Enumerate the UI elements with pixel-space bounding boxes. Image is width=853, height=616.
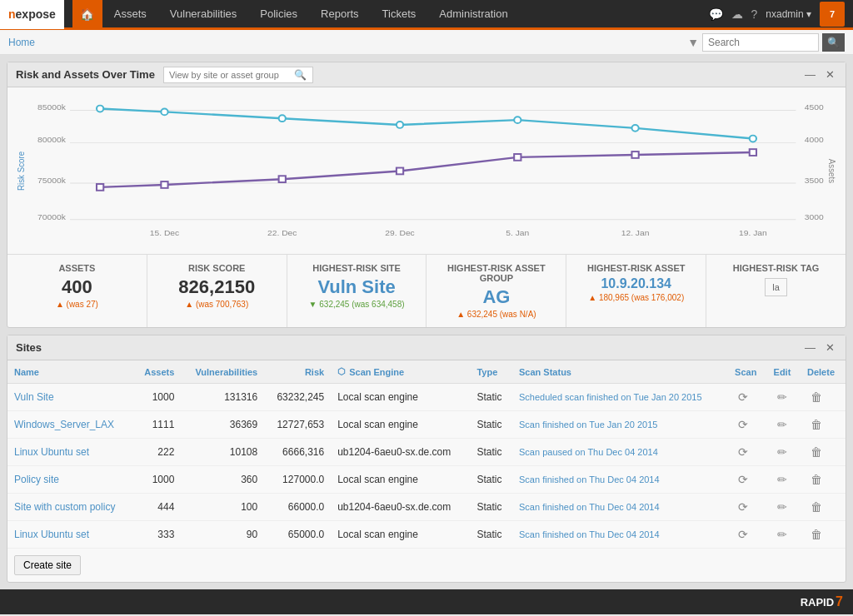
chart-view-input[interactable]	[169, 70, 294, 80]
scan-button-2[interactable]: ⟳	[735, 444, 751, 460]
site-name-link-1[interactable]: Windows_Server_LAX	[14, 419, 114, 430]
cell-status-2: Scan paused on Thu Dec 04 2014	[512, 439, 728, 466]
message-icon[interactable]: 💬	[709, 7, 723, 21]
delete-button-1[interactable]: 🗑	[807, 416, 826, 433]
delete-button-3[interactable]: 🗑	[807, 471, 826, 488]
nav-right: 💬 ☁ ? nxadmin ▾ 7	[709, 2, 854, 27]
cell-edit-5: ✏	[767, 521, 801, 549]
scan-status-link-3[interactable]: Scan finished on Thu Dec 04 2014	[519, 474, 660, 484]
stat-highest-asset-value[interactable]: 10.9.20.134	[579, 276, 693, 291]
chart-close-button[interactable]: ✕	[823, 68, 837, 81]
edit-button-3[interactable]: ✏	[774, 471, 791, 488]
scan-status-link-0[interactable]: Scheduled scan finished on Tue Jan 20 20…	[519, 392, 702, 402]
breadcrumb-home[interactable]: Home	[8, 37, 35, 48]
cloud-icon[interactable]: ☁	[731, 7, 743, 21]
delete-button-0[interactable]: 🗑	[807, 389, 826, 405]
delete-button-4[interactable]: 🗑	[807, 499, 826, 515]
sites-panel-controls: — ✕	[802, 341, 837, 354]
edit-button-2[interactable]: ✏	[774, 444, 791, 460]
col-vulnerabilities[interactable]: Vulnerabilities	[181, 360, 264, 384]
filter-icon[interactable]: ▼	[687, 36, 699, 49]
stat-highest-ag-value[interactable]: AG	[439, 286, 553, 308]
chart-body: 85000k 80000k 75000k 70000k 4500 4000 35…	[7, 87, 846, 254]
help-icon[interactable]: ?	[751, 7, 758, 21]
sites-panel-title: Sites	[16, 341, 42, 354]
nav-item-assets[interactable]: Assets	[102, 0, 158, 29]
svg-rect-31	[514, 154, 521, 161]
delete-button-2[interactable]: 🗑	[807, 444, 826, 460]
cell-status-1: Scan finished on Tue Jan 20 2015	[512, 411, 728, 439]
search-area: ▼ 🔍	[687, 33, 845, 52]
home-button[interactable]: 🏠	[72, 0, 102, 29]
col-type[interactable]: Type	[470, 360, 512, 384]
scan-status-link-2[interactable]: Scan paused on Thu Dec 04 2014	[519, 447, 658, 457]
nav-item-reports[interactable]: Reports	[309, 0, 371, 29]
sites-close-button[interactable]: ✕	[823, 341, 837, 354]
main-content: Risk and Assets Over Time 🔍 — ✕ 85000k 8…	[0, 55, 853, 589]
cell-scan-4: ⟳	[728, 494, 767, 521]
col-risk[interactable]: Risk	[264, 360, 331, 384]
scan-button-5[interactable]: ⟳	[735, 526, 751, 543]
cell-engine-1: Local scan engine	[331, 411, 470, 439]
delete-button-5[interactable]: 🗑	[807, 526, 826, 543]
col-edit[interactable]: Edit	[767, 360, 801, 384]
user-menu[interactable]: nxadmin ▾	[766, 8, 811, 20]
stat-highest-ag-sub: ▲ 632,245 (was N/A)	[439, 310, 553, 319]
svg-point-22	[279, 115, 286, 122]
site-name-link-3[interactable]: Policy site	[14, 474, 59, 485]
edit-button-4[interactable]: ✏	[774, 499, 791, 515]
scan-engine-icon: ⬡	[337, 366, 346, 377]
svg-text:4000: 4000	[805, 136, 824, 145]
cell-risk-2: 6666,316	[264, 439, 331, 466]
site-name-link-4[interactable]: Site with custom policy	[14, 501, 115, 513]
col-scan[interactable]: Scan	[728, 360, 767, 384]
cell-vulns-0: 131316	[181, 384, 264, 411]
table-row: Linux Ubuntu set 222 10108 6666,316 ub12…	[7, 439, 846, 466]
chart-controls: — ✕	[802, 68, 837, 81]
site-name-link-0[interactable]: Vuln Site	[14, 391, 54, 403]
search-button[interactable]: 🔍	[822, 33, 845, 52]
nav-item-tickets[interactable]: Tickets	[371, 0, 428, 29]
scan-button-1[interactable]: ⟳	[735, 416, 751, 433]
sites-table: Name Assets Vulnerabilities Risk ⬡ Scan …	[7, 360, 846, 549]
scan-status-link-4[interactable]: Scan finished on Thu Dec 04 2014	[519, 502, 660, 512]
edit-button-5[interactable]: ✏	[774, 526, 791, 543]
cell-risk-4: 66000.0	[264, 494, 331, 521]
cell-status-4: Scan finished on Thu Dec 04 2014	[512, 494, 728, 521]
chart-minimize-button[interactable]: —	[802, 68, 818, 81]
site-name-link-5[interactable]: Linux Ubuntu set	[14, 529, 89, 540]
nav-item-vulnerabilities[interactable]: Vulnerabilities	[158, 0, 248, 29]
scan-button-4[interactable]: ⟳	[735, 499, 751, 515]
stat-highest-site-label: Highest-risk Site	[300, 263, 414, 273]
svg-rect-29	[279, 176, 286, 182]
create-site-button[interactable]: Create site	[14, 555, 81, 575]
edit-button-0[interactable]: ✏	[774, 389, 791, 405]
search-input[interactable]	[702, 33, 819, 52]
col-name[interactable]: Name	[7, 360, 133, 384]
col-delete[interactable]: Delete	[801, 360, 846, 384]
sites-minimize-button[interactable]: —	[802, 341, 818, 354]
site-name-link-2[interactable]: Linux Ubuntu set	[14, 446, 89, 458]
stat-assets-sub: ▲ (was 27)	[20, 300, 134, 309]
edit-button-1[interactable]: ✏	[774, 416, 791, 433]
col-scan-engine[interactable]: ⬡ Scan Engine	[331, 360, 470, 384]
scan-button-3[interactable]: ⟳	[735, 471, 751, 488]
stat-assets: Assets 400 ▲ (was 27)	[7, 255, 147, 327]
scan-status-link-1[interactable]: Scan finished on Tue Jan 20 2015	[519, 420, 657, 430]
svg-rect-28	[161, 181, 167, 188]
scan-button-0[interactable]: ⟳	[735, 389, 751, 405]
nav-item-policies[interactable]: Policies	[248, 0, 309, 29]
top-navigation: n expose 🏠 Assets Vulnerabilities Polici…	[0, 0, 853, 30]
cell-assets-1: 1111	[133, 411, 181, 439]
cell-assets-4: 444	[133, 494, 181, 521]
cell-name-4: Site with custom policy	[7, 494, 133, 521]
cell-assets-2: 222	[133, 439, 181, 466]
svg-rect-27	[97, 184, 103, 191]
svg-text:70000k: 70000k	[37, 212, 67, 221]
nav-item-administration[interactable]: Administration	[427, 0, 519, 29]
scan-status-link-5[interactable]: Scan finished on Thu Dec 04 2014	[519, 529, 660, 539]
stat-highest-site-value[interactable]: Vuln Site	[300, 276, 414, 298]
svg-text:Assets: Assets	[827, 159, 836, 183]
col-assets[interactable]: Assets	[133, 360, 181, 384]
col-scan-status[interactable]: Scan Status	[512, 360, 728, 384]
